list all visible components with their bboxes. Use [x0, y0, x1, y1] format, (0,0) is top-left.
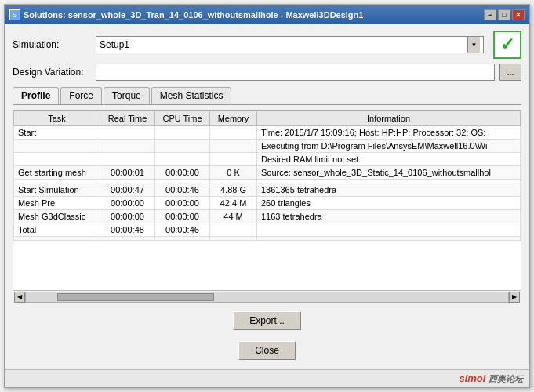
- checkmark-button[interactable]: ✓: [493, 31, 521, 59]
- cell-memory: 4.88 G: [210, 183, 257, 197]
- cell-realtime: 00:00:00: [100, 210, 155, 223]
- cell-cputime: 00:00:00: [155, 210, 210, 223]
- browse-button[interactable]: ...: [499, 64, 521, 81]
- cell-info: 1361365 tetrahedra: [257, 183, 521, 197]
- simulation-combo-arrow[interactable]: ▼: [467, 37, 480, 53]
- tab-torque[interactable]: Torque: [104, 87, 150, 104]
- scrollbar-track[interactable]: [25, 292, 509, 303]
- simulation-combo[interactable]: Setup1 ▼: [96, 36, 484, 53]
- simulation-combo-value: Setup1: [100, 39, 467, 50]
- cell-task: [14, 237, 100, 241]
- table-row: Mesh Pre00:00:0000:00:0042.4 M260 triang…: [14, 197, 521, 210]
- cell-realtime: [100, 126, 155, 140]
- cell-info: [257, 223, 521, 237]
- cell-cputime: [155, 153, 210, 166]
- title-buttons: − □ ✕: [484, 9, 525, 20]
- cell-realtime: [100, 237, 155, 241]
- cell-info: Source: sensor_whole_3D_Static_14_0106_w…: [257, 166, 521, 180]
- cell-task: Total: [14, 223, 100, 237]
- cell-memory: [210, 126, 257, 140]
- simulation-label: Simulation:: [13, 39, 91, 50]
- close-button[interactable]: Close: [238, 341, 296, 360]
- cell-task: Get starting mesh: [14, 166, 100, 180]
- cell-memory: [210, 237, 257, 241]
- cell-info: Executing from D:\Program Files\AnsysEM\…: [257, 140, 521, 153]
- cell-info: Desired RAM limit not set.: [257, 153, 521, 166]
- cell-realtime: 00:00:01: [100, 166, 155, 180]
- main-window: S Solutions: sensor_whole_3D_Tran_14_010…: [4, 4, 530, 388]
- cell-realtime: [100, 153, 155, 166]
- scrollbar-thumb[interactable]: [57, 293, 214, 301]
- tabs-row: Profile Force Torque Mesh Statistics: [13, 87, 521, 105]
- bottom-buttons: Export...: [13, 308, 521, 333]
- header-task: Task: [14, 111, 100, 126]
- footer-logo-main: simol: [459, 372, 485, 384]
- title-bar-left: S Solutions: sensor_whole_3D_Tran_14_010…: [9, 9, 363, 20]
- header-memory: Memory: [210, 111, 257, 126]
- table-scroll-area[interactable]: Task Real Time CPU Time Memory Informati…: [13, 111, 521, 290]
- cell-realtime: 00:00:47: [100, 183, 155, 197]
- cell-task: Start Simulation: [14, 183, 100, 197]
- title-bar: S Solutions: sensor_whole_3D_Tran_14_010…: [5, 5, 529, 24]
- table-row: [14, 237, 521, 241]
- footer-logo-sub: 西奥论坛: [489, 374, 523, 383]
- table-row: Mesh G3dClassic00:00:0000:00:0044 M1163 …: [14, 210, 521, 223]
- scroll-left-button[interactable]: ◀: [14, 292, 25, 303]
- table-row: Total00:00:4800:00:46: [14, 223, 521, 237]
- cell-memory: 0 K: [210, 166, 257, 180]
- scroll-right-button[interactable]: ▶: [509, 292, 520, 303]
- header-cputime: CPU Time: [155, 111, 210, 126]
- horizontal-scrollbar[interactable]: ◀ ▶: [13, 290, 521, 303]
- table-row: Desired RAM limit not set.: [14, 153, 521, 166]
- cell-realtime: 00:00:00: [100, 197, 155, 210]
- design-variation-input[interactable]: [96, 64, 495, 81]
- cell-task: [14, 153, 100, 166]
- minimize-button[interactable]: −: [484, 9, 496, 20]
- cell-memory: 44 M: [210, 210, 257, 223]
- cell-memory: [210, 153, 257, 166]
- cell-info: [257, 237, 521, 241]
- design-variation-label: Design Variation:: [13, 67, 91, 78]
- cell-cputime: 00:00:00: [155, 166, 210, 180]
- maximize-button[interactable]: □: [498, 9, 510, 20]
- cell-task: Mesh G3dClassic: [14, 210, 100, 223]
- cell-task: [14, 140, 100, 153]
- cell-cputime: [155, 237, 210, 241]
- cell-memory: 42.4 M: [210, 197, 257, 210]
- cell-info: 260 triangles: [257, 197, 521, 210]
- footer-logo: simol 西奥论坛: [459, 372, 523, 385]
- dialog-content: Simulation: Setup1 ▼ ✓ Design Variation:…: [5, 24, 529, 369]
- tab-mesh-statistics[interactable]: Mesh Statistics: [151, 87, 232, 104]
- cell-cputime: 00:00:46: [155, 223, 210, 237]
- tab-force[interactable]: Force: [60, 87, 102, 104]
- cell-info: 1163 tetrahedra: [257, 210, 521, 223]
- tab-profile[interactable]: Profile: [13, 87, 59, 104]
- cell-realtime: [100, 140, 155, 153]
- cell-memory: [210, 140, 257, 153]
- profile-table: Task Real Time CPU Time Memory Informati…: [13, 111, 521, 241]
- header-realtime: Real Time: [100, 111, 155, 126]
- data-table-container: Task Real Time CPU Time Memory Informati…: [13, 110, 521, 303]
- cell-cputime: 00:00:00: [155, 197, 210, 210]
- window-title: Solutions: sensor_whole_3D_Tran_14_0106_…: [24, 10, 363, 20]
- cell-task: Mesh Pre: [14, 197, 100, 210]
- table-row: Get starting mesh00:00:0100:00:000 KSour…: [14, 166, 521, 180]
- header-info: Information: [257, 111, 521, 126]
- cell-cputime: [155, 126, 210, 140]
- table-row: StartTime: 2015/1/7 15:09:16; Host: HP:H…: [14, 126, 521, 140]
- design-variation-row: Design Variation: ...: [13, 64, 521, 81]
- footer-bar: simol 西奥论坛: [5, 369, 529, 387]
- table-row: Start Simulation00:00:4700:00:464.88 G13…: [14, 183, 521, 197]
- simulation-row: Simulation: Setup1 ▼ ✓: [13, 31, 521, 59]
- close-button-row: Close: [13, 338, 521, 363]
- cell-task: Start: [14, 126, 100, 140]
- cell-info: Time: 2015/1/7 15:09:16; Host: HP:HP; Pr…: [257, 126, 521, 140]
- export-button[interactable]: Export...: [233, 311, 301, 330]
- cell-cputime: [155, 140, 210, 153]
- close-title-button[interactable]: ✕: [512, 9, 525, 20]
- table-row: Executing from D:\Program Files\AnsysEM\…: [14, 140, 521, 153]
- window-icon: S: [9, 9, 20, 20]
- checkmark-icon: ✓: [500, 34, 514, 55]
- cell-memory: [210, 223, 257, 237]
- cell-realtime: 00:00:48: [100, 223, 155, 237]
